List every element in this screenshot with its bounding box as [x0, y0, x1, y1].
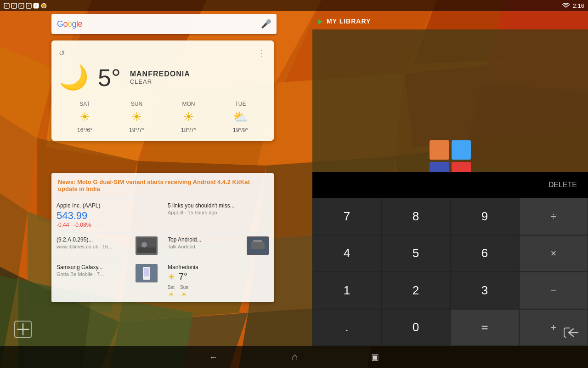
status-bar: ✓ ✓ ✓ ✓ ✓ 🐱 2:16 [0, 0, 588, 11]
calc-btn-1[interactable]: 1 [312, 272, 381, 309]
calc-btn-0[interactable]: 0 [381, 309, 450, 346]
weather-widget: ↺ ⋮ 🌙 5° MANFREDONIA CLEAR SAT ☀ 16°/6° … [51, 40, 274, 141]
article-3-source: Talk Android [168, 244, 245, 249]
calc-btn-divide[interactable]: ÷ [519, 198, 588, 235]
article-cell-4[interactable]: Samsung Galaxy... Gotta Be Mobile · 7... [51, 260, 163, 302]
notification-icons: ✓ ✓ ✓ ✓ ✓ 🐱 [4, 3, 47, 9]
notif-icon-5: ✓ [33, 3, 39, 9]
news-prefix: News: [58, 178, 77, 185]
notif-icon-2: ✓ [11, 3, 17, 9]
news-headline[interactable]: News: Moto G dual-SIM variant starts rec… [51, 173, 274, 198]
weather-condition: CLEAR [130, 78, 190, 85]
svg-text:🐱: 🐱 [42, 3, 46, 8]
calc-btn-multiply[interactable]: × [519, 235, 588, 272]
recents-nav-button[interactable]: ▣ [371, 352, 379, 362]
home-nav-button[interactable]: ⌂ [292, 351, 298, 363]
weather-small-cell[interactable]: Manfredonia ☀ 7° Sat ☀ Sun ☀ [163, 260, 274, 302]
svg-text:✓: ✓ [5, 4, 8, 8]
svg-rect-46 [251, 242, 265, 249]
calc-btn-9[interactable]: 9 [450, 198, 519, 235]
article-2-source: www.ibtimes.co.uk · 16... [57, 244, 134, 249]
weather-small-temp: 7° [179, 271, 187, 282]
calculator-display: DELETE [312, 172, 588, 198]
mic-icon[interactable]: 🎤 [261, 19, 271, 29]
notif-icon-4: ✓ [26, 3, 32, 9]
article-1-title: 5 links you shouldn't miss... [168, 202, 269, 209]
svg-rect-44 [137, 247, 156, 253]
wifi-icon [562, 2, 570, 9]
calculator-keypad: 7 8 9 ÷ 4 5 6 × 1 2 3 − . 0 = + [312, 198, 588, 346]
notif-icon-3: ✓ [18, 3, 24, 9]
svg-rect-47 [253, 240, 262, 242]
forecast-sun: SUN ☀ 19°/7° [129, 101, 144, 133]
calc-btn-equals[interactable]: = [450, 309, 519, 346]
forecast-sun-icon: ☀ [131, 110, 142, 124]
forecast-sat: SAT ☀ 16°/6° [77, 101, 92, 133]
google-logo: Google [57, 19, 82, 29]
stock-price: 543.99 [57, 210, 158, 222]
status-right: 2:16 [562, 2, 584, 9]
svg-text:✓: ✓ [34, 4, 38, 8]
weather-small-icon: ☀ [168, 272, 175, 282]
logo-cell-orange [430, 140, 449, 160]
svg-text:✓: ✓ [20, 4, 23, 8]
forecast-tue-icon: ⛅ [233, 110, 248, 124]
forecast-tue: TUE ⛅ 19°/9° [233, 101, 248, 133]
calc-btn-decimal[interactable]: . [312, 309, 381, 346]
weather-forecast: SAT ☀ 16°/6° SUN ☀ 19°/7° MON ☀ 18°/7° T… [59, 101, 266, 133]
search-bar[interactable]: Google 🎤 [51, 14, 277, 34]
article-2-image [136, 236, 158, 255]
news-headline-text: Moto G dual-SIM variant starts receiving… [58, 178, 250, 192]
weather-menu-icon[interactable]: ⋮ [258, 48, 266, 58]
calc-btn-8[interactable]: 8 [381, 198, 450, 235]
article-4-source: Gotta Be Mobile · 7... [57, 271, 134, 277]
article-4-image [136, 264, 158, 282]
svg-rect-50 [144, 268, 149, 276]
weather-city: MANFREDONIA [130, 70, 190, 78]
svg-point-43 [141, 242, 147, 247]
article-cell-3[interactable]: Top Android... Talk Android [163, 232, 274, 260]
play-store-icon: ▶ [318, 17, 323, 25]
weather-current-icon: 🌙 [59, 63, 89, 92]
back-arrow-button[interactable] [561, 326, 579, 342]
forecast-mon-icon: ☀ [183, 110, 194, 124]
weather-refresh-icon[interactable]: ↺ [59, 49, 65, 58]
news-widget: News: Moto G dual-SIM variant starts rec… [51, 173, 274, 302]
calc-btn-4[interactable]: 4 [312, 235, 381, 272]
calc-btn-subtract[interactable]: − [519, 272, 588, 309]
article-3-title: Top Android... [168, 236, 245, 243]
article-cell-2[interactable]: (9.2.A.0.295)... www.ibtimes.co.uk · 16.… [51, 232, 163, 260]
notif-icon-1: ✓ [4, 3, 10, 9]
article-3-image [247, 236, 269, 255]
weather-small-sun: Sun ☀ [180, 285, 188, 298]
notif-icon-cat: 🐱 [40, 3, 47, 9]
add-widget-button[interactable] [14, 320, 32, 340]
calc-btn-5[interactable]: 5 [381, 235, 450, 272]
news-grid: Apple Inc. (AAPL) 543.99 -0.44 -0.08% 5 … [51, 198, 274, 302]
search-input[interactable] [86, 20, 261, 28]
stock-cell[interactable]: Apple Inc. (AAPL) 543.99 -0.44 -0.08% [51, 198, 163, 232]
calc-btn-3[interactable]: 3 [450, 272, 519, 309]
forecast-mon: MON ☀ 18°/7° [181, 101, 196, 133]
weather-small-city: Manfredonia [168, 264, 269, 270]
weather-temperature: 5° [98, 64, 121, 92]
article-1-source: AppLift · 15 hours ago [168, 210, 269, 215]
stock-company: Apple Inc. (AAPL) [57, 202, 158, 209]
calc-btn-6[interactable]: 6 [450, 235, 519, 272]
clock: 2:16 [573, 2, 584, 9]
calculator-delete-button[interactable]: DELETE [543, 177, 582, 193]
article-4-title: Samsung Galaxy... [57, 264, 134, 270]
navigation-bar: ← ⌂ ▣ [0, 346, 588, 368]
weather-small-sat: Sat ☀ [168, 285, 175, 298]
forecast-sat-icon: ☀ [79, 110, 90, 124]
back-nav-button[interactable]: ← [209, 352, 218, 362]
article-cell-1[interactable]: 5 links you shouldn't miss... AppLift · … [163, 198, 274, 232]
calculator-widget: DELETE 7 8 9 ÷ 4 5 6 × 1 2 3 − . 0 = + [312, 172, 588, 346]
play-library-header: ▶ MY LIBRARY [312, 13, 588, 29]
calc-btn-2[interactable]: 2 [381, 272, 450, 309]
logo-cell-blue [452, 140, 471, 160]
svg-text:✓: ✓ [27, 4, 30, 8]
stock-change: -0.44 -0.08% [57, 222, 158, 228]
calc-btn-7[interactable]: 7 [312, 198, 381, 235]
play-library-title: MY LIBRARY [327, 17, 371, 25]
